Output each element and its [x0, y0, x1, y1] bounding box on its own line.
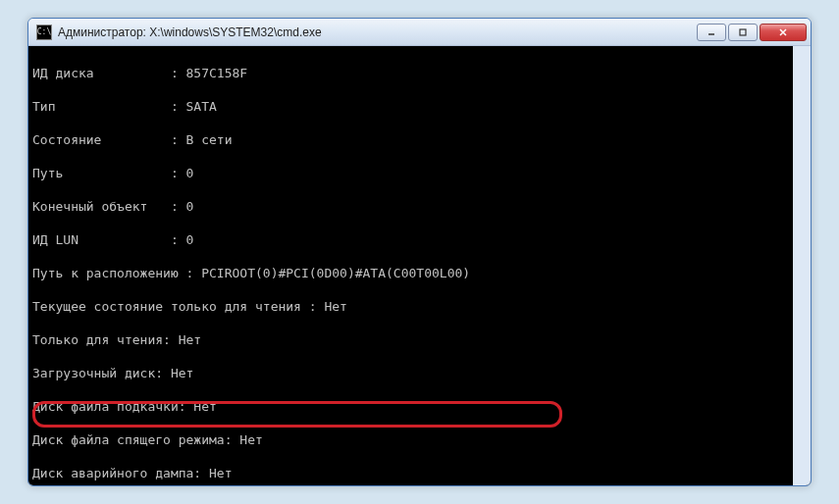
output-line: Загрузочный диск: Нет [32, 365, 789, 381]
close-button[interactable] [760, 24, 807, 41]
output-line: Путь : 0 [32, 165, 789, 181]
output-line: Тип : SATA [32, 98, 789, 115]
svg-rect-1 [740, 29, 746, 35]
cmd-window: C:\ Администратор: X:\windows\SYSTEM32\c… [27, 18, 812, 486]
svg-marker-5 [800, 475, 806, 479]
minimize-button[interactable] [697, 24, 726, 41]
scroll-down-button[interactable] [794, 468, 811, 485]
scroll-thumb[interactable] [796, 222, 809, 339]
output-line: Путь к расположению : PCIROOT(0)#PCI(0D0… [32, 265, 789, 281]
output-line: Текущее состояние только для чтения : Не… [32, 298, 789, 315]
output-line: ИД LUN : 0 [32, 231, 789, 248]
output-line: Диск аварийного дампа: Нет [32, 465, 789, 481]
output-line: Диск файла спящего режима: Нет [32, 431, 789, 448]
maximize-button[interactable] [728, 24, 758, 41]
title-bar[interactable]: C:\ Администратор: X:\windows\SYSTEM32\c… [28, 19, 811, 46]
output-line: Состояние : В сети [32, 131, 789, 148]
window-title: Администратор: X:\windows\SYSTEM32\cmd.e… [58, 25, 697, 39]
vertical-scrollbar[interactable] [793, 46, 811, 485]
output-line: Только для чтения: Нет [32, 331, 789, 348]
cmd-icon: C:\ [36, 25, 52, 40]
output-line: ИД диска : 857C158F [32, 65, 789, 81]
scroll-up-button[interactable] [794, 46, 811, 64]
output-line: Конечный объект : 0 [32, 198, 789, 215]
svg-marker-4 [800, 53, 806, 57]
terminal-output[interactable]: ИД диска : 857C158F Тип : SATA Состояние… [28, 46, 811, 485]
window-controls [697, 24, 807, 41]
output-line: Диск файла подкачки: Нет [32, 398, 789, 415]
